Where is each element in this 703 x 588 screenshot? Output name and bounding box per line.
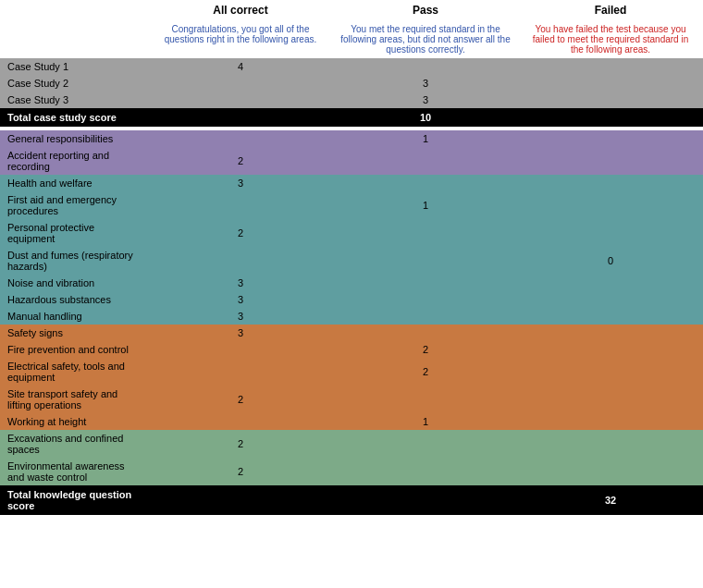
knowledge-row: Fire prevention and control 2 [0,341,703,358]
knowledge-correct-score [148,358,333,386]
knowledge-pass-score [333,430,518,458]
knowledge-label: Fire prevention and control [0,341,148,358]
knowledge-total-failed: 32 [518,485,703,515]
knowledge-row: General responsibilities 1 [0,130,703,147]
case-failed-score [518,75,703,92]
case-total-row: Total case study score 10 [0,108,703,127]
case-total-pass: 10 [333,108,518,127]
knowledge-label: General responsibilities [0,130,148,147]
knowledge-correct-score [148,191,333,219]
knowledge-failed-score [518,130,703,147]
failed-title: Failed [595,4,627,17]
knowledge-correct-score: 3 [148,291,333,308]
knowledge-correct-score: 3 [148,325,333,341]
case-correct-score [148,92,333,108]
knowledge-label: Health and welfare [0,175,148,191]
knowledge-row: Dust and fumes (respiratory hazards) 0 [0,247,703,275]
knowledge-label: Noise and vibration [0,275,148,291]
knowledge-label: Environmental awareness and waste contro… [0,458,148,485]
knowledge-pass-score [333,458,518,485]
knowledge-pass-score: 1 [333,130,518,147]
sub-header: Congratulations, you got all of the ques… [0,20,703,58]
knowledge-failed-score [518,386,703,413]
case-study-row: Case Study 1 4 [0,58,703,75]
knowledge-row: First aid and emergency procedures 1 [0,191,703,219]
knowledge-pass-score: 1 [333,191,518,219]
knowledge-failed-score: 0 [518,247,703,275]
case-study-row: Case Study 2 3 [0,75,703,92]
knowledge-failed-score [518,430,703,458]
knowledge-pass-score: 2 [333,358,518,386]
knowledge-correct-score: 2 [148,219,333,247]
knowledge-correct-score: 2 [148,386,333,413]
knowledge-pass-score [333,247,518,275]
knowledge-pass-score [333,308,518,325]
knowledge-row: Manual handling 3 [0,308,703,325]
knowledge-label: Accident reporting and recording [0,147,148,175]
knowledge-correct-score: 2 [148,458,333,485]
knowledge-correct-score: 3 [148,175,333,191]
knowledge-pass-score [333,175,518,191]
knowledge-pass-score: 1 [333,413,518,430]
knowledge-failed-score [518,219,703,247]
all-correct-title: All correct [213,4,267,17]
case-correct-score: 4 [148,58,333,75]
case-failed-score [518,92,703,108]
knowledge-row: Noise and vibration 3 [0,275,703,291]
knowledge-correct-score: 3 [148,275,333,291]
knowledge-row: Hazardous substances 3 [0,291,703,308]
knowledge-pass-score [333,147,518,175]
knowledge-pass-score [333,275,518,291]
knowledge-label: Hazardous substances [0,291,148,308]
case-failed-score [518,58,703,75]
case-pass-score [333,58,518,75]
knowledge-failed-score [518,308,703,325]
knowledge-row: Environmental awareness and waste contro… [0,458,703,485]
case-study-row: Case Study 3 3 [0,92,703,108]
case-total-label: Total case study score [0,108,148,127]
pass-title: Pass [413,4,438,17]
knowledge-label: Working at height [0,413,148,430]
knowledge-label: Site transport safety and lifting operat… [0,386,148,413]
knowledge-correct-score: 3 [148,308,333,325]
sub-correct-text: Congratulations, you got all of the ques… [148,20,333,58]
knowledge-label: Dust and fumes (respiratory hazards) [0,247,148,275]
knowledge-label: Personal protective equipment [0,219,148,247]
knowledge-row: Excavations and confined spaces 2 [0,430,703,458]
knowledge-pass-score [333,291,518,308]
knowledge-pass-score [333,219,518,247]
knowledge-total-row: Total knowledge question score 32 [0,485,703,515]
knowledge-failed-score [518,458,703,485]
knowledge-label: Safety signs [0,325,148,341]
knowledge-total-correct [148,485,333,515]
knowledge-failed-score [518,413,703,430]
knowledge-row: Personal protective equipment 2 [0,219,703,247]
case-pass-score: 3 [333,92,518,108]
knowledge-row: Health and welfare 3 [0,175,703,191]
knowledge-label: Electrical safety, tools and equipment [0,358,148,386]
knowledge-failed-score [518,325,703,341]
knowledge-failed-score [518,147,703,175]
knowledge-correct-score: 2 [148,147,333,175]
knowledge-label: Manual handling [0,308,148,325]
knowledge-row: Electrical safety, tools and equipment 2 [0,358,703,386]
failed-header: Failed [518,0,703,20]
case-total-failed [518,108,703,127]
all-correct-header: All correct [148,0,333,20]
knowledge-correct-score: 2 [148,430,333,458]
knowledge-row: Working at height 1 [0,413,703,430]
knowledge-row: Accident reporting and recording 2 [0,147,703,175]
case-label: Case Study 3 [0,92,148,108]
knowledge-total-pass [333,485,518,515]
knowledge-failed-score [518,191,703,219]
knowledge-failed-score [518,291,703,308]
case-label: Case Study 2 [0,75,148,92]
pass-header: Pass [333,0,518,20]
knowledge-row: Safety signs 3 [0,325,703,341]
sub-failed-text: You have failed the test because you fai… [518,20,703,58]
label-header [0,0,148,20]
knowledge-correct-score [148,130,333,147]
sub-pass-text: You met the required standard in the fol… [333,20,518,58]
knowledge-label: Excavations and confined spaces [0,430,148,458]
case-label: Case Study 1 [0,58,148,75]
